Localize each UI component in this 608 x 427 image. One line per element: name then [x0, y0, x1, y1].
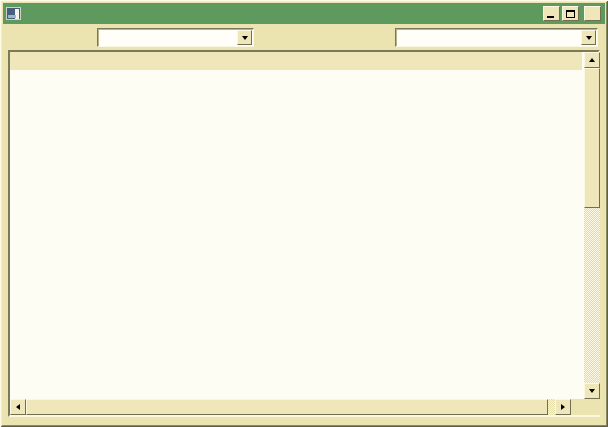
vertical-scroll-thumb[interactable]	[584, 68, 600, 208]
scroll-left-button[interactable]	[10, 399, 26, 415]
app-icon[interactable]	[6, 7, 21, 20]
target-language-dropdown-button[interactable]	[581, 30, 596, 45]
app-icon-detail	[8, 15, 16, 18]
source-language-combo[interactable]	[97, 28, 254, 47]
target-language-combo[interactable]	[395, 28, 598, 47]
maximize-icon	[566, 10, 575, 18]
translation-tree-panel	[8, 50, 600, 417]
maximize-button[interactable]	[562, 6, 579, 21]
close-button[interactable]	[584, 6, 601, 21]
horizontal-scrollbar[interactable]	[10, 399, 571, 415]
source-language-dropdown-button[interactable]	[237, 30, 252, 45]
tree-column-headers	[10, 52, 582, 70]
chevron-down-icon	[586, 36, 592, 43]
scroll-right-button[interactable]	[555, 399, 571, 415]
titlebar[interactable]	[3, 3, 605, 24]
minimize-icon	[547, 16, 554, 18]
horizontal-scroll-thumb[interactable]	[26, 399, 548, 415]
scroll-up-button[interactable]	[584, 52, 600, 68]
language-bar	[0, 25, 608, 50]
arrow-right-icon	[561, 404, 568, 410]
arrow-left-icon	[13, 404, 20, 410]
arrow-up-icon	[589, 55, 595, 62]
scroll-down-button[interactable]	[584, 383, 600, 399]
tree-rows	[10, 70, 582, 399]
titlebar-buttons	[543, 6, 601, 21]
scrollbar-corner	[571, 399, 600, 415]
arrow-down-icon	[589, 389, 595, 396]
minimize-button[interactable]	[543, 6, 560, 21]
chevron-down-icon	[242, 36, 248, 43]
vertical-scrollbar[interactable]	[584, 52, 600, 399]
text-translation-window	[0, 0, 608, 427]
